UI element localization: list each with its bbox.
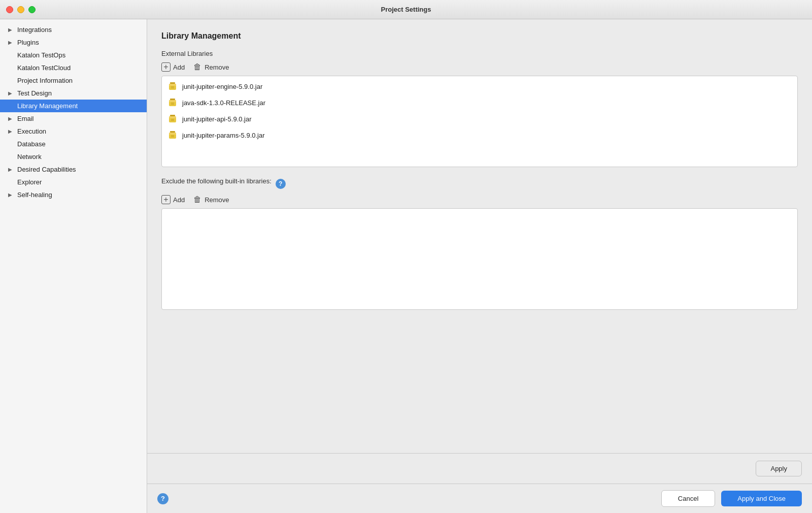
chevron-icon-plugins: ▶ bbox=[8, 40, 15, 45]
content-area: Library Management External Libraries + … bbox=[147, 19, 812, 513]
exclude-help-icon[interactable]: ? bbox=[276, 179, 286, 189]
sidebar-label-integrations: Integrations bbox=[17, 26, 141, 34]
exclude-section: Exclude the following built-in libraries… bbox=[161, 177, 798, 310]
sidebar: ▶Integrations▶PluginsKatalon TestOpsKata… bbox=[0, 19, 147, 513]
sidebar-item-katalon-testops[interactable]: Katalon TestOps bbox=[0, 49, 147, 61]
sidebar-item-plugins[interactable]: ▶Plugins bbox=[0, 36, 147, 49]
sidebar-item-library-management[interactable]: Library Management bbox=[0, 100, 147, 112]
close-button[interactable] bbox=[6, 6, 13, 13]
sidebar-label-library-management: Library Management bbox=[17, 102, 141, 110]
chevron-icon-email: ▶ bbox=[8, 116, 15, 121]
svg-rect-17 bbox=[169, 133, 176, 135]
window-controls bbox=[6, 6, 36, 13]
sidebar-item-integrations[interactable]: ▶Integrations bbox=[0, 23, 147, 36]
exclude-add-label: Add bbox=[173, 196, 185, 204]
add-icon: + bbox=[161, 62, 171, 72]
external-add-label: Add bbox=[173, 63, 185, 71]
sidebar-label-network: Network bbox=[17, 153, 141, 161]
sidebar-label-project-information: Project Information bbox=[17, 77, 141, 84]
chevron-icon-integrations: ▶ bbox=[8, 27, 15, 33]
list-item[interactable]: junit-jupiter-engine-5.9.0.jar bbox=[162, 78, 797, 94]
svg-rect-7 bbox=[169, 100, 176, 102]
sidebar-item-project-information[interactable]: Project Information bbox=[0, 74, 147, 87]
list-item-label: junit-jupiter-engine-5.9.0.jar bbox=[182, 83, 262, 90]
footer-help-icon[interactable]: ? bbox=[157, 493, 168, 504]
external-remove-button[interactable]: 🗑 Remove bbox=[193, 62, 229, 72]
svg-rect-0 bbox=[170, 82, 175, 84]
jar-icon bbox=[167, 97, 178, 108]
exclude-remove-label: Remove bbox=[205, 196, 229, 204]
jar-icon bbox=[167, 113, 178, 124]
external-libraries-toolbar: + Add 🗑 Remove bbox=[161, 62, 798, 72]
sidebar-label-katalon-testops: Katalon TestOps bbox=[17, 51, 141, 59]
exclude-label: Exclude the following built-in libraries… bbox=[161, 177, 272, 185]
exclude-libraries-list bbox=[161, 208, 798, 310]
exclude-add-button[interactable]: + Add bbox=[161, 195, 185, 204]
svg-rect-3 bbox=[171, 86, 174, 87]
exclude-remove-icon: 🗑 bbox=[193, 195, 202, 204]
window-title: Project Settings bbox=[381, 6, 431, 13]
svg-rect-8 bbox=[171, 103, 174, 104]
chevron-icon-desired-capabilities: ▶ bbox=[8, 167, 15, 172]
svg-rect-15 bbox=[170, 131, 175, 133]
sidebar-item-desired-capabilities[interactable]: ▶Desired Capabilities bbox=[0, 163, 147, 176]
sidebar-item-execution[interactable]: ▶Execution bbox=[0, 125, 147, 138]
exclude-label-row: Exclude the following built-in libraries… bbox=[161, 177, 798, 190]
apply-button[interactable]: Apply bbox=[756, 461, 802, 476]
apply-and-close-button[interactable]: Apply and Close bbox=[721, 491, 802, 506]
list-item[interactable]: junit-jupiter-params-5.9.0.jar bbox=[162, 127, 797, 143]
chevron-icon-test-design: ▶ bbox=[8, 90, 15, 96]
cancel-button[interactable]: Cancel bbox=[661, 490, 715, 507]
maximize-button[interactable] bbox=[28, 6, 36, 13]
sidebar-item-katalon-testcloud[interactable]: Katalon TestCloud bbox=[0, 61, 147, 74]
external-libraries-label: External Libraries bbox=[161, 50, 798, 57]
sidebar-label-test-design: Test Design bbox=[17, 89, 141, 97]
sidebar-label-email: Email bbox=[17, 115, 141, 122]
title-bar: Project Settings bbox=[0, 0, 812, 19]
apply-bar: Apply bbox=[147, 453, 812, 484]
content-main: Library Management External Libraries + … bbox=[147, 19, 812, 453]
svg-rect-5 bbox=[170, 99, 175, 100]
sidebar-item-explorer[interactable]: Explorer bbox=[0, 176, 147, 188]
external-add-button[interactable]: + Add bbox=[161, 62, 185, 72]
sidebar-item-test-design[interactable]: ▶Test Design bbox=[0, 87, 147, 100]
external-remove-label: Remove bbox=[205, 63, 229, 71]
jar-icon bbox=[167, 130, 178, 141]
sidebar-item-email[interactable]: ▶Email bbox=[0, 112, 147, 125]
sidebar-label-plugins: Plugins bbox=[17, 39, 141, 46]
exclude-remove-button[interactable]: 🗑 Remove bbox=[193, 195, 229, 204]
svg-rect-14 bbox=[171, 120, 174, 121]
list-item-label: junit-jupiter-params-5.9.0.jar bbox=[182, 132, 265, 139]
svg-rect-9 bbox=[171, 104, 174, 105]
minimize-button[interactable] bbox=[17, 6, 24, 13]
main-container: ▶Integrations▶PluginsKatalon TestOpsKata… bbox=[0, 19, 812, 513]
section-title: Library Management bbox=[161, 31, 798, 41]
sidebar-label-self-healing: Self-healing bbox=[17, 191, 141, 199]
sidebar-item-self-healing[interactable]: ▶Self-healing bbox=[0, 188, 147, 201]
list-item[interactable]: java-sdk-1.3.0-RELEASE.jar bbox=[162, 94, 797, 111]
svg-rect-4 bbox=[171, 88, 174, 89]
sidebar-label-database: Database bbox=[17, 140, 141, 148]
exclude-add-icon: + bbox=[161, 195, 171, 204]
chevron-icon-execution: ▶ bbox=[8, 129, 15, 134]
list-item[interactable]: junit-jupiter-api-5.9.0.jar bbox=[162, 111, 797, 127]
chevron-icon-self-healing: ▶ bbox=[8, 192, 15, 198]
list-item-label: junit-jupiter-api-5.9.0.jar bbox=[182, 115, 252, 123]
external-libraries-list: junit-jupiter-engine-5.9.0.jar java-sdk-… bbox=[161, 76, 798, 167]
sidebar-label-explorer: Explorer bbox=[17, 178, 141, 186]
svg-rect-10 bbox=[170, 115, 175, 116]
sidebar-label-desired-capabilities: Desired Capabilities bbox=[17, 166, 141, 173]
svg-rect-12 bbox=[169, 116, 176, 118]
list-item-label: java-sdk-1.3.0-RELEASE.jar bbox=[182, 99, 265, 107]
sidebar-item-network[interactable]: Network bbox=[0, 150, 147, 163]
sidebar-item-database[interactable]: Database bbox=[0, 138, 147, 150]
svg-rect-18 bbox=[171, 135, 174, 136]
exclude-toolbar: + Add 🗑 Remove bbox=[161, 195, 798, 204]
sidebar-label-execution: Execution bbox=[17, 127, 141, 135]
remove-icon: 🗑 bbox=[193, 62, 202, 72]
footer-bar: ? Cancel Apply and Close bbox=[147, 484, 812, 513]
svg-rect-13 bbox=[171, 119, 174, 120]
jar-icon bbox=[167, 81, 178, 92]
external-libraries-panel: External Libraries + Add 🗑 Remove bbox=[161, 50, 798, 167]
svg-rect-19 bbox=[171, 137, 174, 138]
